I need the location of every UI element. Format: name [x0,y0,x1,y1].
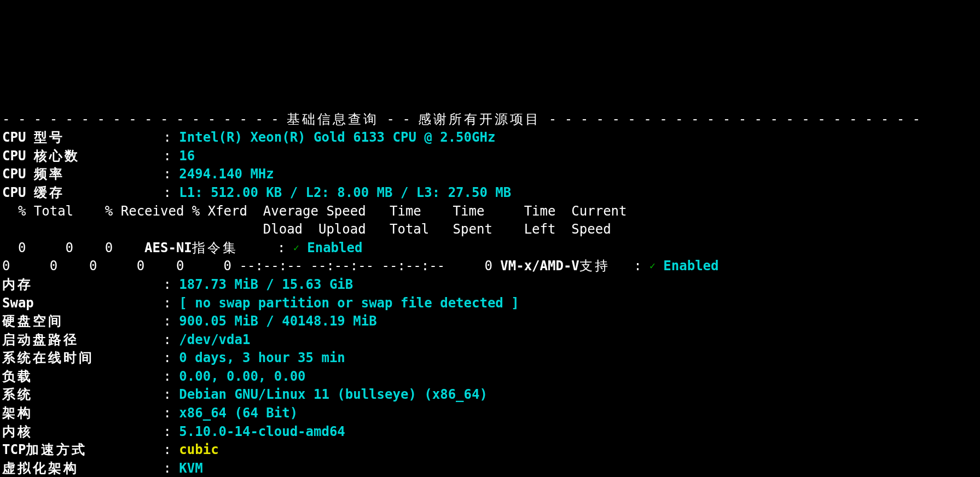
header-line: - - - - - - - - - - - - - - - - - - 基础信息… [2,112,920,127]
row-disk: 硬盘空间 : 900.05 MiB / 40148.19 MiB [2,313,377,329]
row-tcp: TCP加速方式 : cubic [2,442,219,457]
row-os: 系统 : Debian GNU/Linux 11 (bullseye) (x86… [2,387,488,402]
row-cpu-model: CPU 型号 : Intel(R) Xeon(R) Gold 6133 CPU … [2,130,495,145]
curl-header-2: Dload Upload Total Spent Left Speed [2,222,611,237]
curl-header-1: % Total % Received % Xferd Average Speed… [2,203,627,219]
terminal-output: - - - - - - - - - - - - - - - - - - 基础信息… [0,92,980,477]
row-cpu-freq: CPU 频率 : 2494.140 MHz [2,166,274,182]
check-icon: ✓ [650,260,656,271]
row-load: 负载 : 0.00, 0.00, 0.00 [2,369,306,384]
row-arch: 架构 : x86_64 (64 Bit) [2,405,298,421]
row-boot-path: 启动盘路径 : /dev/vda1 [2,332,250,347]
row-cpu-cores: CPU 核心数 : 16 [2,148,195,164]
row-swap: Swap : [ no swap partition or swap file … [2,295,519,311]
row-vmx: 0 0 0 0 0 0 --:--:-- --:--:-- --:--:-- 0… [2,258,719,274]
row-kernel: 内核 : 5.10.0-14-cloud-amd64 [2,424,345,439]
row-memory: 内存 : 187.73 MiB / 15.63 GiB [2,277,353,292]
row-cpu-cache: CPU 缓存 : L1: 512.00 KB / L2: 8.00 MB / L… [2,185,511,200]
row-aes-ni: 0 0 0 AES-NI指令集 : ✓ Enabled [2,240,362,255]
row-virt: 虚拟化架构 : KVM [2,461,203,476]
row-uptime: 系统在线时间 : 0 days, 3 hour 35 min [2,350,345,365]
check-icon: ✓ [293,242,299,253]
